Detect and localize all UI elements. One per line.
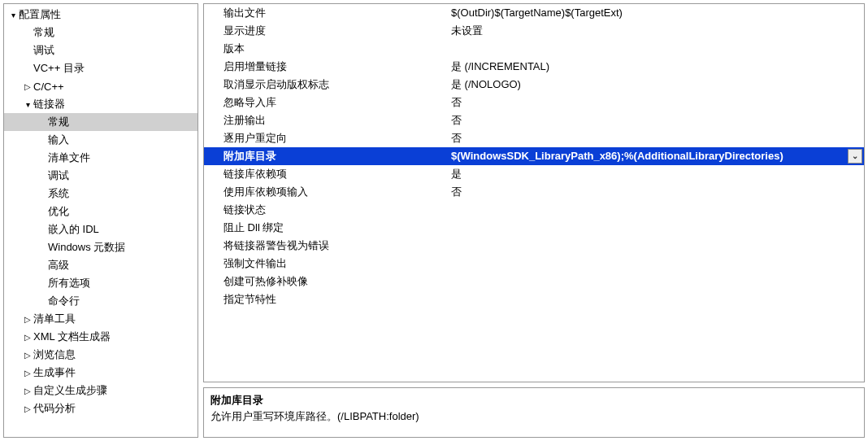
tree-item[interactable]: ·所有选项 (4, 274, 197, 292)
expand-arrow-down-icon[interactable]: ▾ (22, 100, 33, 109)
property-row[interactable]: 显示进度未设置 (204, 22, 864, 40)
expand-arrow-right-icon[interactable]: ▷ (22, 386, 33, 395)
tree-item[interactable]: ▷清单工具 (4, 310, 197, 328)
property-label: 启用增量链接 (204, 58, 448, 76)
property-value[interactable] (448, 290, 864, 308)
tree-item[interactable]: ·优化 (4, 203, 197, 220)
property-value-text: $(OutDir)$(TargetName)$(TargetExt) (451, 7, 623, 19)
property-row[interactable]: 指定节特性 (204, 290, 864, 308)
config-tree[interactable]: ▾配置属性·常规·调试·VC++ 目录▷C/C++▾链接器·常规·输入·清单文件… (3, 3, 198, 438)
property-value-text: $(WindowsSDK_LibraryPath_x86);%(Addition… (451, 150, 783, 162)
tree-item[interactable]: ▷代码分析 (4, 400, 197, 417)
property-value[interactable]: 否 (448, 94, 864, 111)
tree-item[interactable]: ·清单文件 (4, 149, 197, 167)
tree-item-label: VC++ 目录 (33, 61, 85, 76)
property-value[interactable] (448, 255, 864, 273)
tree-item-label: 清单工具 (33, 312, 76, 326)
property-value[interactable]: 未设置 (448, 22, 864, 40)
property-row[interactable]: 创建可热修补映像 (204, 273, 864, 290)
tree-item[interactable]: ▷自定义生成步骤 (4, 382, 197, 400)
tree-item[interactable]: ·常规 (4, 113, 197, 131)
property-row[interactable]: 附加库目录$(WindowsSDK_LibraryPath_x86);%(Add… (204, 147, 864, 165)
tree-item[interactable]: ·VC++ 目录 (4, 59, 197, 77)
tree-item-label: 生成事件 (33, 365, 76, 380)
expand-arrow-none-icon: · (37, 243, 48, 252)
property-value[interactable] (448, 201, 864, 219)
property-row[interactable]: 启用增量链接是 (/INCREMENTAL) (204, 58, 864, 76)
tree-item-label: 高级 (48, 258, 69, 273)
tree-item[interactable]: ▾配置属性 (4, 6, 197, 24)
property-value[interactable]: 是 (/INCREMENTAL) (448, 58, 864, 76)
tree-item[interactable]: ·高级 (4, 256, 197, 274)
tree-item[interactable]: ·调试 (4, 41, 197, 59)
description-panel: 附加库目录 允许用户重写环境库路径。(/LIBPATH:folder) (203, 387, 865, 438)
expand-arrow-none-icon: · (37, 154, 48, 163)
property-label: 注册输出 (204, 111, 448, 129)
property-row[interactable]: 注册输出否 (204, 111, 864, 129)
property-value[interactable]: 否 (448, 129, 864, 147)
expand-arrow-right-icon[interactable]: ▷ (22, 369, 33, 378)
tree-item[interactable]: ·命令行 (4, 292, 197, 310)
property-value[interactable] (448, 237, 864, 255)
right-pane: 输出文件$(OutDir)$(TargetName)$(TargetExt)显示… (203, 3, 865, 438)
expand-arrow-down-icon[interactable]: ▾ (7, 11, 19, 20)
tree-item[interactable]: ▾链接器 (4, 95, 197, 113)
property-value[interactable] (448, 273, 864, 290)
description-text: 允许用户重写环境库路径。(/LIBPATH:folder) (210, 409, 857, 424)
property-label: 创建可热修补映像 (204, 273, 448, 290)
property-value[interactable] (448, 219, 864, 237)
property-value[interactable]: 是 (448, 165, 864, 183)
property-label: 使用库依赖项输入 (204, 183, 448, 201)
expand-arrow-none-icon: · (37, 172, 48, 181)
property-value-text: 未设置 (451, 24, 483, 37)
expand-arrow-right-icon[interactable]: ▷ (22, 315, 33, 324)
property-row[interactable]: 逐用户重定向否 (204, 129, 864, 147)
dropdown-button[interactable]: ⌄ (848, 149, 862, 164)
tree-item[interactable]: ·系统 (4, 185, 197, 203)
expand-arrow-none-icon: · (37, 136, 48, 145)
property-row[interactable]: 输出文件$(OutDir)$(TargetName)$(TargetExt) (204, 4, 864, 22)
tree-item-label: 浏览信息 (33, 347, 76, 362)
property-row[interactable]: 使用库依赖项输入否 (204, 183, 864, 201)
expand-arrow-none-icon: · (37, 207, 48, 216)
expand-arrow-right-icon[interactable]: ▷ (22, 333, 33, 342)
expand-arrow-right-icon[interactable]: ▷ (22, 404, 33, 413)
tree-item[interactable]: ▷生成事件 (4, 364, 197, 382)
property-row[interactable]: 将链接器警告视为错误 (204, 237, 864, 255)
property-value[interactable]: $(OutDir)$(TargetName)$(TargetExt) (448, 4, 864, 22)
property-value[interactable] (448, 40, 864, 58)
tree-item[interactable]: ·调试 (4, 167, 197, 185)
tree-item[interactable]: ·Windows 元数据 (4, 238, 197, 256)
property-row[interactable]: 取消显示启动版权标志是 (/NOLOGO) (204, 76, 864, 94)
property-value[interactable]: 是 (/NOLOGO) (448, 76, 864, 94)
property-value-text: 否 (451, 96, 462, 108)
property-row[interactable]: 链接库依赖项是 (204, 165, 864, 183)
expand-arrow-right-icon[interactable]: ▷ (22, 82, 33, 91)
property-row[interactable]: 链接状态 (204, 201, 864, 219)
tree-item[interactable]: ·常规 (4, 24, 197, 41)
tree-item[interactable]: ▷C/C++ (4, 77, 197, 95)
expand-arrow-right-icon[interactable]: ▷ (22, 351, 33, 360)
property-row[interactable]: 强制文件输出 (204, 255, 864, 273)
expand-arrow-none-icon: · (37, 190, 48, 199)
property-value[interactable]: 否 (448, 111, 864, 129)
property-value[interactable]: $(WindowsSDK_LibraryPath_x86);%(Addition… (448, 147, 864, 165)
property-label: 指定节特性 (204, 290, 448, 308)
property-row[interactable]: 版本 (204, 40, 864, 58)
property-value[interactable]: 否 (448, 183, 864, 201)
tree-item-label: XML 文档生成器 (33, 330, 111, 344)
property-grid[interactable]: 输出文件$(OutDir)$(TargetName)$(TargetExt)显示… (203, 3, 865, 382)
tree-item-label: 清单文件 (48, 151, 90, 165)
property-row[interactable]: 忽略导入库否 (204, 94, 864, 111)
tree-item-label: 输入 (48, 133, 69, 147)
expand-arrow-none-icon: · (37, 225, 48, 234)
tree-item[interactable]: ·输入 (4, 131, 197, 149)
property-label: 版本 (204, 40, 448, 58)
property-row[interactable]: 阻止 Dll 绑定 (204, 219, 864, 237)
property-label: 输出文件 (204, 4, 448, 22)
tree-item[interactable]: ▷XML 文档生成器 (4, 328, 197, 346)
tree-item[interactable]: ▷浏览信息 (4, 346, 197, 364)
property-label: 忽略导入库 (204, 94, 448, 111)
tree-item[interactable]: ·嵌入的 IDL (4, 220, 197, 238)
tree-item-label: 链接器 (33, 97, 65, 111)
